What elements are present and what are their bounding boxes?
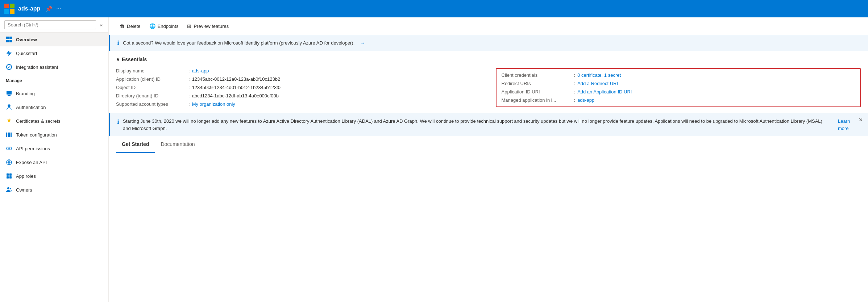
preview-icon: ⊞ (187, 23, 191, 29)
essentials-row-object-id: Object ID : 123450c9-1234-4d01-b012-1b23… (116, 85, 489, 90)
account-types-colon: : (188, 101, 190, 107)
essentials-left: Display name : ads-app Application (clie… (116, 68, 489, 107)
directory-id-colon: : (188, 93, 190, 98)
learn-more-link[interactable]: Learn more (838, 118, 861, 132)
object-id-label: Object ID (116, 85, 188, 90)
directory-id-label: Directory (tenant) ID (116, 93, 188, 98)
delete-icon: 🗑 (120, 23, 125, 29)
essentials-chevron: ∧ (116, 56, 120, 62)
svg-rect-14 (8, 133, 9, 137)
managed-app-colon: : (574, 97, 576, 103)
main-layout: « Overview Quickstart Integration assist… (0, 17, 868, 302)
essentials-row-redirect-uris: Redirect URIs : Add a Redirect URI (502, 81, 855, 86)
sidebar-search-row: « (0, 17, 108, 33)
svg-rect-22 (9, 176, 12, 179)
feedback-text: Got a second? We would love your feedbac… (123, 40, 354, 46)
sidebar-item-quickstart-label: Quickstart (16, 51, 37, 56)
feedback-banner: ℹ Got a second? We would love your feedb… (109, 35, 868, 51)
sidebar-item-api-permissions[interactable]: API permissions (0, 142, 108, 155)
svg-rect-9 (7, 91, 12, 95)
add-redirect-uri-link[interactable]: Add a Redirect URI (577, 81, 618, 86)
managed-app-label: Managed application in l... (502, 97, 574, 103)
client-credentials-label: Client credentials (502, 72, 574, 78)
svg-rect-6 (6, 40, 9, 42)
sidebar-item-integration-label: Integration assistant (16, 64, 58, 70)
essentials-header[interactable]: ∧ Essentials (116, 56, 861, 62)
essentials-row-directory-id: Directory (tenant) ID : abcd1234-1abc-12… (116, 93, 489, 98)
app-logo (4, 4, 14, 14)
branding-icon (6, 90, 12, 97)
app-roles-icon (6, 173, 12, 179)
essentials-row-client-credentials: Client credentials : 0 certificate, 1 se… (502, 72, 855, 78)
client-credentials-value[interactable]: 0 certificate, 1 secret (577, 72, 621, 78)
warning-close-button[interactable]: ✕ (859, 117, 863, 123)
sidebar: « Overview Quickstart Integration assist… (0, 17, 109, 302)
quickstart-icon (6, 50, 12, 56)
sidebar-item-integration[interactable]: Integration assistant (0, 60, 108, 74)
sidebar-item-app-roles[interactable]: App roles (0, 169, 108, 183)
sidebar-item-quickstart[interactable]: Quickstart (0, 46, 108, 60)
tab-get-started[interactable]: Get Started (116, 136, 155, 153)
object-id-value: 123450c9-1234-4d01-b012-1b2345b123f0 (192, 85, 281, 90)
sidebar-item-authentication[interactable]: Authentication (0, 100, 108, 114)
api-permissions-icon (6, 145, 12, 152)
client-credentials-colon: : (574, 72, 576, 78)
svg-rect-10 (8, 95, 11, 96)
integration-icon (6, 64, 12, 70)
svg-rect-5 (9, 37, 12, 39)
svg-rect-21 (7, 176, 9, 179)
tabs-section: Get Started Documentation (109, 136, 868, 153)
display-name-label: Display name (116, 68, 188, 74)
svg-rect-3 (10, 9, 14, 14)
sidebar-item-app-roles-label: App roles (16, 173, 36, 179)
sidebar-item-owners[interactable]: Owners (0, 183, 108, 197)
preview-features-button[interactable]: ⊞ Preview features (183, 21, 232, 31)
pin-icon[interactable]: 📌 (45, 5, 53, 12)
svg-point-24 (10, 188, 11, 189)
svg-rect-4 (6, 37, 9, 39)
sidebar-item-expose-api[interactable]: Expose an API (0, 155, 108, 169)
svg-rect-19 (7, 173, 9, 176)
warning-info-icon: ℹ (117, 118, 119, 126)
svg-rect-7 (9, 40, 12, 42)
add-app-id-uri-link[interactable]: Add an Application ID URI (577, 89, 632, 95)
sidebar-item-token[interactable]: Token configuration (0, 128, 108, 142)
search-input[interactable] (4, 20, 96, 29)
client-id-label: Application (client) ID (116, 76, 188, 82)
svg-rect-13 (6, 133, 7, 137)
svg-point-18 (9, 147, 12, 150)
sidebar-item-branding[interactable]: Branding (0, 87, 108, 100)
account-types-value[interactable]: My organization only (192, 101, 235, 107)
essentials-row-managed-app: Managed application in l... : ads-app (502, 97, 855, 103)
directory-id-value: abcd1234-1abc-12df-ab13-4a0e000cf00b (192, 93, 279, 98)
sidebar-collapse-button[interactable]: « (98, 21, 104, 29)
delete-button[interactable]: 🗑 Delete (116, 21, 144, 31)
manage-section-label: Manage (0, 74, 108, 85)
app-title: ads-app (18, 5, 40, 12)
tab-documentation[interactable]: Documentation (155, 136, 200, 153)
app-id-uri-label: Application ID URI (502, 89, 574, 95)
svg-rect-0 (4, 4, 9, 8)
sidebar-item-overview[interactable]: Overview (0, 33, 108, 46)
svg-point-23 (7, 187, 9, 189)
sidebar-item-branding-label: Branding (16, 91, 35, 96)
warning-banner: ℹ Starting June 30th, 2020 we will no lo… (109, 113, 868, 136)
account-types-label: Supported account types (116, 101, 188, 107)
display-name-value[interactable]: ads-app (192, 68, 209, 74)
object-id-colon: : (188, 85, 190, 90)
sidebar-item-certs[interactable]: Certificates & secrets (0, 114, 108, 128)
expose-api-icon (6, 159, 12, 165)
feedback-link-arrow[interactable]: → (360, 40, 365, 46)
sidebar-item-expose-api-label: Expose an API (16, 160, 47, 165)
more-options-icon[interactable]: ··· (56, 5, 61, 12)
redirect-uris-colon: : (574, 81, 576, 86)
authentication-icon (6, 104, 12, 110)
token-icon (6, 131, 12, 138)
toolbar: 🗑 Delete 🌐 Endpoints ⊞ Preview features (109, 17, 868, 35)
endpoints-button[interactable]: 🌐 Endpoints (146, 21, 182, 31)
client-id-value: 12345abc-0012-12a0-123a-ab0f10c123b2 (192, 76, 281, 82)
managed-app-value[interactable]: ads-app (577, 97, 594, 103)
app-id-uri-colon: : (574, 89, 576, 95)
overview-icon (6, 36, 12, 43)
essentials-right: Client credentials : 0 certificate, 1 se… (496, 68, 861, 107)
